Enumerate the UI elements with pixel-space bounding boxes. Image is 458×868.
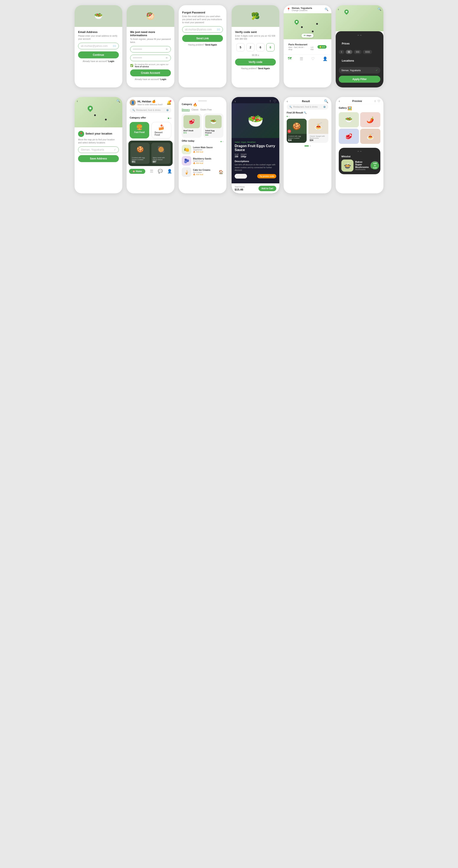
send-again-link[interactable]: Send Again [205, 43, 217, 46]
verify-send-again-link[interactable]: Send Again [258, 67, 270, 70]
location-search-icon[interactable]: 🔍 [325, 8, 328, 11]
nav-chat[interactable]: 💬 [158, 169, 163, 174]
select-location-search-icon[interactable]: 🔍 [117, 99, 120, 103]
result-search-icon[interactable]: 🔍 [324, 99, 328, 103]
price-tag-3[interactable]: $$$ [354, 50, 362, 54]
result-search-magnifier: 🔍 [289, 106, 292, 108]
tab-gluten-free[interactable]: Gluten Free [200, 108, 211, 111]
share-icon[interactable]: ↑ [269, 99, 271, 103]
map-dot-2 [312, 31, 314, 32]
forgot-email-value: ali.muhtar@yahoo.com [185, 28, 212, 31]
create-account-hero: 🥙 [127, 5, 174, 27]
price-tag-4[interactable]: $$$$ [363, 50, 372, 54]
create-account-screen: 🥙 We just need more informations To fini… [127, 5, 174, 88]
result-search-bar[interactable]: 🔍 Restaurant, food & drinks ⚙️ [287, 104, 328, 110]
filter-icon[interactable]: ⚙️ [166, 109, 169, 111]
qty-minus-btn[interactable]: − [237, 175, 238, 178]
product-detail-image: 🥗 [232, 103, 279, 138]
verify-button[interactable]: Verify code [235, 59, 276, 65]
dessert-icon: 🍰 [158, 124, 165, 130]
add-to-cart-button[interactable]: Add to Cart [259, 186, 276, 191]
gallery-item-2[interactable]: 🌶️ [360, 112, 380, 127]
gallery-item-4[interactable]: 🍝 [360, 129, 380, 144]
nav-profile[interactable]: 👤 [323, 56, 327, 61]
password2-input[interactable]: •••••••••• 👁 [130, 55, 171, 61]
notification-area: 🔔 [167, 100, 171, 105]
email-icon: ✉️ [113, 44, 116, 48]
password-input[interactable]: •••••••••• 👁 [130, 46, 171, 53]
filter-location-input[interactable]: Sleman, Yogyakarta ✓ [339, 67, 380, 73]
forgot-email-input[interactable]: ali.muhtar@yahoo.com ✉️ [182, 26, 223, 33]
nav-home-btn[interactable]: 🏠 Home [129, 169, 145, 174]
create-account-button[interactable]: Create Account [130, 69, 171, 76]
filter-back-btn[interactable]: ‹ [338, 7, 339, 11]
product-actions: − 2 + Try promo code [235, 174, 276, 179]
login-link[interactable]: Login [108, 60, 114, 62]
select-location-map[interactable]: ‹ 🔍 [75, 97, 122, 127]
fast-food-category[interactable]: 🍔 Fast Food [130, 122, 149, 138]
otp-box-3[interactable]: 6 [256, 43, 265, 52]
food-salad-egg[interactable]: 🥗 Salad Egg Peanut $88 [203, 114, 223, 138]
nav-maps[interactable]: 🗺 [288, 56, 292, 61]
location-change[interactable]: Change Locations [292, 9, 312, 11]
terms-link[interactable]: Term of service [135, 65, 149, 68]
price-tag-2[interactable]: $$ [346, 50, 352, 54]
product-detail-back-btn[interactable]: ‹ [235, 99, 236, 103]
gallery-item-1[interactable]: 🥗 [339, 112, 359, 127]
email-input-field[interactable]: ali.muhtar@yahoo.com ✉️ [78, 43, 119, 49]
result-item-1[interactable]: 🍪 % Cooked with egg Sweet Cookies $34 [287, 119, 307, 143]
nav-favorites[interactable]: ♡ [311, 56, 315, 61]
filter-search-icon[interactable]: 🔍 [378, 7, 381, 11]
favorite-icon[interactable]: ♡ [273, 99, 276, 103]
preview-share-icon[interactable]: ↑ [374, 99, 376, 103]
result-item1-img: 🍪 % [287, 119, 307, 134]
gallery-item-3[interactable]: 🥩 [339, 129, 359, 144]
offer-blackberry[interactable]: 🫐 Blackberry Sands Fresh Fruits 🔥 450 kc… [182, 156, 223, 165]
salad-egg-name: Salad Egg Peanut [205, 129, 222, 134]
offer-cake[interactable]: 🍦 Cake Ice Creams Ice Cream 🔥 400 kcal 🏠 [182, 167, 223, 177]
otp-box-1[interactable]: 5 [236, 43, 244, 52]
dessert-food-category[interactable]: 🍰 Dessert Food [151, 122, 171, 138]
home-bottom-nav: 🏠 Home ☰ 💬 👤 [127, 167, 174, 175]
send-link-button[interactable]: Send Link [182, 35, 223, 42]
map-nav-btn[interactable]: 🗺 Maps [301, 34, 313, 37]
nav-profile-home[interactable]: 👤 [167, 169, 172, 174]
gallery-grid: 🥗 🌶️ 🥩 🍝 [339, 112, 380, 144]
login-link2[interactable]: Login [161, 78, 166, 81]
offer-lemon[interactable]: 🍋 Lemon Mate Sauce Vegetarian 🔥 340 kcal [182, 145, 223, 154]
promo-code-button[interactable]: Try promo code [257, 174, 276, 178]
qty-plus-btn[interactable]: + [243, 175, 245, 178]
otp-box-2[interactable]: 2 [247, 43, 255, 52]
result-back-btn[interactable]: ‹ [287, 99, 288, 103]
tab-classic[interactable]: Classic [192, 108, 198, 111]
filter-sheet: ⌃⌃ Prices $ $$ $$$ $$$$ Locations Sleman… [336, 31, 383, 88]
tab-dinners[interactable]: Dinners [182, 108, 190, 111]
map-view[interactable]: 🗺 Maps [284, 13, 331, 39]
map-dot-a [94, 114, 96, 116]
page-dot-1 [304, 145, 309, 147]
select-location-back-btn[interactable]: ‹ [77, 99, 78, 103]
otp-box-4[interactable]: 6 [266, 43, 274, 52]
nav-list[interactable]: ☰ [300, 56, 303, 61]
save-address-button[interactable]: Save Address [78, 155, 119, 162]
preview-favorite-icon[interactable]: ♡ [378, 99, 380, 103]
whislist-dark-sheet: ⌃⌃ Whislist 🍲 Bakso Super Mushrooms Mush… [339, 148, 380, 174]
result-filter-icon[interactable]: ⚙️ [323, 106, 326, 108]
food-beef-steak[interactable]: 🥩 Beef Steak $72 [182, 114, 202, 138]
nav-orders[interactable]: ☰ [150, 169, 153, 174]
apply-filter-button[interactable]: Apply Filter [339, 76, 380, 83]
result-item-2[interactable]: 🍝 Classic Spaget with Mushrooms $34 [308, 119, 328, 143]
product-card-2[interactable]: 🥘 Spicy meat with Citrus Sauce $87 [151, 143, 170, 164]
home-screen: 👤 Hi, Heldan 🍊 Want to order delicious f… [127, 97, 174, 193]
select-location-value: Sleman, Yogyakarta [81, 148, 104, 151]
email-value: ali.muhtar@yahoo.com [81, 44, 108, 48]
preview-back-btn[interactable]: ‹ [339, 99, 340, 103]
result-item2-price: $34 [310, 139, 327, 142]
select-location-input[interactable]: Sleman, Yogyakarta ✓ [78, 147, 119, 153]
quantity-controller[interactable]: − 2 + [235, 174, 247, 179]
product-card-1[interactable]: 🍪 Cooked with egg Sweet Cookies $51 [131, 143, 150, 164]
home-search-bar[interactable]: 🔍 Restaurant, food & drinks ⚙️ [130, 107, 171, 113]
continue-button[interactable]: Continue [78, 52, 119, 58]
whislist-add-to-cart-btn[interactable]: Add to Cart [370, 161, 380, 170]
price-tag-1[interactable]: $ [339, 50, 345, 54]
